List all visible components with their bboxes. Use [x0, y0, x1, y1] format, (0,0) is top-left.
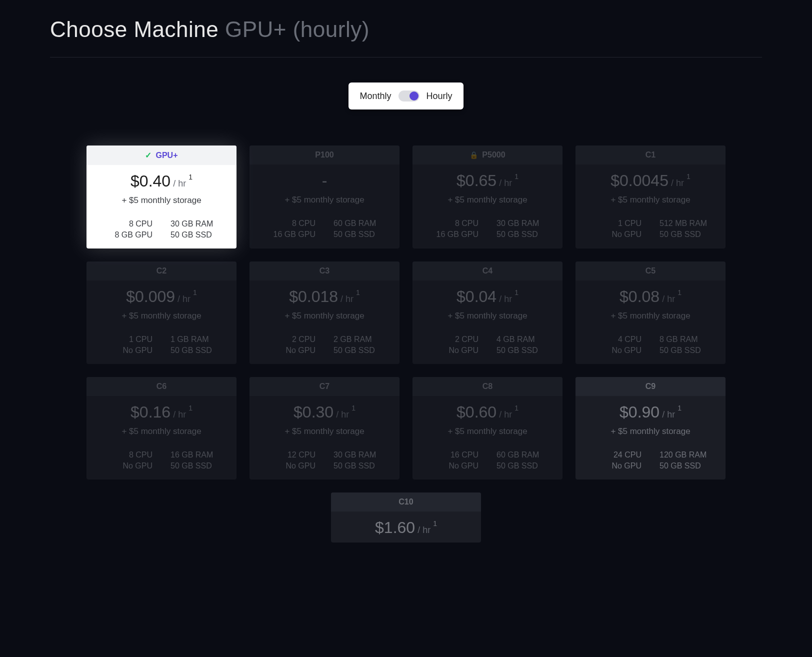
card-body: $0.08/ hr1+ $5 monthly storage4 CPU8 GB … [576, 280, 726, 364]
spec-ssd: 50 GB SSD [168, 230, 230, 240]
price-unit: / hr [671, 178, 684, 188]
price-footnote: 1 [352, 404, 356, 412]
machine-card-c10[interactable]: C10$1.60/ hr1+ $5 monthly storage32 CPU2… [331, 492, 481, 542]
card-header: C9 [576, 377, 726, 396]
billing-toggle-container: Monthly Hourly [50, 82, 762, 110]
spec-ssd: 50 GB SSD [332, 346, 394, 355]
spec-gpu: 16 GB GPU [256, 230, 318, 239]
price-unit: / hr [336, 410, 349, 420]
spec-gpu: No GPU [92, 346, 154, 355]
price-footnote: 1 [678, 404, 682, 412]
spec-cpu: 24 CPU [582, 450, 644, 460]
machine-card-c6[interactable]: C6$0.16/ hr1+ $5 monthly storage8 CPU16 … [86, 377, 236, 480]
price-line: $0.40/ hr1 [92, 172, 230, 190]
machine-card-c9[interactable]: C9$0.90/ hr1+ $5 monthly storage24 CPU12… [576, 377, 726, 480]
price-value: $0.04 [456, 288, 496, 306]
spec-ram: 60 GB RAM [494, 450, 556, 460]
spec-ssd: 50 GB SSD [494, 346, 556, 355]
machine-card-c8[interactable]: C8$0.60/ hr1+ $5 monthly storage16 CPU60… [412, 377, 562, 480]
machine-card-c5[interactable]: C5$0.08/ hr1+ $5 monthly storage4 CPU8 G… [576, 262, 726, 364]
storage-note: + $5 monthly storage [582, 311, 720, 321]
card-header: 🔒P5000 [412, 146, 562, 164]
machine-grid: ✓GPU+$0.40/ hr1+ $5 monthly storage8 CPU… [50, 146, 762, 480]
price-line: - [256, 172, 394, 190]
card-header: C6 [86, 377, 236, 396]
spec-ssd: 50 GB SSD [168, 346, 230, 355]
spec-ssd: 50 GB SSD [494, 230, 556, 239]
machine-card-p100[interactable]: P100-+ $5 monthly storage8 CPU60 GB RAM1… [250, 146, 400, 248]
price-footnote: 1 [678, 288, 682, 296]
card-header: C4 [412, 262, 562, 280]
spec-grid: 2 CPU4 GB RAMNo GPU50 GB SSD [418, 335, 556, 355]
price-footnote: 1 [433, 520, 437, 528]
price-unit: / hr [173, 178, 186, 189]
machine-card-c3[interactable]: C3$0.018/ hr1+ $5 monthly storage2 CPU2 … [250, 262, 400, 364]
price-unit: / hr [499, 294, 512, 304]
price-line: $0.90/ hr1 [582, 403, 720, 422]
billing-toggle[interactable]: Monthly Hourly [348, 82, 463, 110]
price-value: $0.0045 [610, 172, 668, 190]
machine-card-c4[interactable]: C4$0.04/ hr1+ $5 monthly storage2 CPU4 G… [412, 262, 562, 364]
spec-gpu: No GPU [256, 462, 318, 470]
spec-ram: 30 GB RAM [332, 450, 394, 460]
toggle-label-hourly[interactable]: Hourly [426, 91, 452, 102]
price-value: $0.30 [294, 403, 334, 422]
storage-note: + $5 monthly storage [92, 196, 230, 206]
price-footnote: 1 [514, 404, 518, 412]
card-header: ✓GPU+ [86, 146, 236, 165]
lock-icon: 🔒 [470, 151, 478, 159]
card-body: $0.40/ hr1+ $5 monthly storage8 CPU30 GB… [86, 165, 236, 248]
storage-note: + $5 monthly storage [92, 311, 230, 321]
card-name: C2 [156, 266, 166, 276]
price-line: $0.30/ hr1 [256, 403, 394, 422]
spec-cpu: 1 CPU [582, 219, 644, 228]
spec-grid: 1 CPU512 MB RAMNo GPU50 GB SSD [582, 219, 720, 239]
machine-grid-overflow: C10$1.60/ hr1+ $5 monthly storage32 CPU2… [50, 492, 762, 542]
spec-cpu: 16 CPU [418, 450, 480, 460]
card-name: P5000 [482, 150, 505, 160]
spec-ram: 1 GB RAM [168, 335, 230, 344]
toggle-label-monthly[interactable]: Monthly [360, 91, 391, 102]
machine-card-c7[interactable]: C7$0.30/ hr1+ $5 monthly storage12 CPU30… [250, 377, 400, 480]
price-value: $0.018 [289, 288, 338, 306]
spec-ram: 120 GB RAM [658, 450, 720, 460]
spec-ram: 512 MB RAM [658, 219, 720, 228]
title-divider [50, 57, 762, 58]
card-body: $0.30/ hr1+ $5 monthly storage12 CPU30 G… [250, 396, 400, 480]
storage-note: + $5 monthly storage [418, 195, 556, 205]
spec-cpu: 12 CPU [256, 450, 318, 460]
storage-note: + $5 monthly storage [256, 195, 394, 205]
machine-card-p5000[interactable]: 🔒P5000$0.65/ hr1+ $5 monthly storage8 CP… [412, 146, 562, 248]
spec-cpu: 8 CPU [418, 219, 480, 228]
spec-cpu: 4 CPU [582, 335, 644, 344]
card-header: C8 [412, 377, 562, 396]
price-unit: / hr [178, 294, 190, 304]
spec-cpu: 8 CPU [92, 450, 154, 460]
storage-note: + $5 monthly storage [337, 542, 475, 542]
price-footnote: 1 [686, 172, 690, 180]
price-footnote: 1 [193, 288, 197, 296]
price-line: $0.65/ hr1 [418, 172, 556, 190]
price-footnote: 1 [356, 288, 360, 296]
spec-gpu: No GPU [256, 346, 318, 355]
machine-card-c1[interactable]: C1$0.0045/ hr1+ $5 monthly storage1 CPU5… [576, 146, 726, 248]
price-value: $0.65 [456, 172, 496, 190]
price-unit: / hr [662, 294, 675, 304]
machine-card-c2[interactable]: C2$0.009/ hr1+ $5 monthly storage1 CPU1 … [86, 262, 236, 364]
spec-ssd: 50 GB SSD [332, 462, 394, 470]
price-unit: / hr [662, 410, 675, 420]
card-body: $0.009/ hr1+ $5 monthly storage1 CPU1 GB… [86, 280, 236, 364]
price-value: $1.60 [375, 518, 415, 537]
spec-gpu: No GPU [582, 462, 644, 470]
price-line: $1.60/ hr1 [337, 518, 475, 537]
spec-ram: 30 GB RAM [494, 219, 556, 228]
card-header: C1 [576, 146, 726, 164]
spec-gpu: No GPU [582, 346, 644, 355]
storage-note: + $5 monthly storage [256, 426, 394, 436]
toggle-switch[interactable] [398, 90, 420, 102]
spec-cpu: 2 CPU [418, 335, 480, 344]
card-header: C5 [576, 262, 726, 280]
spec-grid: 16 CPU60 GB RAMNo GPU50 GB SSD [418, 450, 556, 470]
machine-card-gpuplus[interactable]: ✓GPU+$0.40/ hr1+ $5 monthly storage8 CPU… [86, 146, 236, 248]
spec-ssd: 50 GB SSD [332, 230, 394, 239]
